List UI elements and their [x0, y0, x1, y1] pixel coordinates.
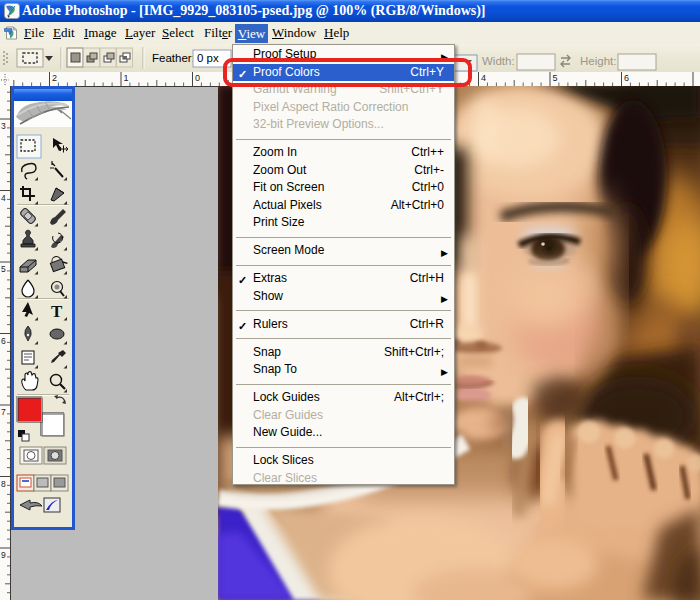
- svg-text:0: 0: [195, 73, 200, 83]
- svg-text:4: 4: [481, 73, 486, 83]
- svg-text:1: 1: [124, 73, 129, 83]
- svg-text:7: 7: [1, 407, 6, 417]
- svg-text:0 px: 0 px: [197, 52, 219, 64]
- svg-text:5: 5: [1, 264, 6, 274]
- svg-text:8: 8: [1, 479, 6, 489]
- svg-text:5: 5: [553, 73, 558, 83]
- svg-text:4: 4: [1, 193, 6, 203]
- svg-text:Width:: Width:: [482, 55, 515, 67]
- svg-text:Height:: Height:: [580, 55, 616, 67]
- svg-text:Feather:: Feather:: [152, 52, 195, 64]
- svg-text:2: 2: [52, 73, 57, 83]
- svg-text:3: 3: [1, 121, 6, 131]
- svg-text:6: 6: [1, 336, 6, 346]
- svg-text:6: 6: [624, 73, 629, 83]
- svg-text:T: T: [51, 302, 63, 321]
- svg-text:9: 9: [1, 550, 6, 560]
